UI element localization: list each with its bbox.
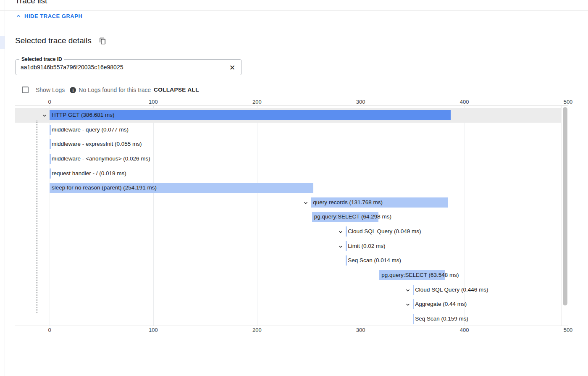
- trace-waterfall: HTTP GET (386.681 ms)middleware - query …: [15, 106, 562, 326]
- span-row[interactable]: pg.query:SELECT (63.548 ms): [15, 268, 562, 283]
- left-panel-highlight-strip: [0, 36, 5, 49]
- span-label: Aggregate (0.44 ms): [415, 297, 467, 312]
- span-bar[interactable]: [413, 299, 414, 309]
- span-label: Seq Scan (0.014 ms): [348, 253, 401, 268]
- span-bar[interactable]: [50, 154, 51, 164]
- chevron-up-icon: [15, 13, 22, 19]
- selected-trace-details-title: Selected trace details: [15, 36, 92, 45]
- timeline-axis-top: 0100200300400500: [0, 99, 588, 105]
- no-logs-message: No Logs found for this trace: [79, 87, 151, 93]
- selected-trace-id-field[interactable]: Selected trace ID aa1db9146b557a796f2003…: [15, 59, 242, 75]
- span-label: middleware - query (0.077 ms): [52, 123, 129, 137]
- chevron-down-icon[interactable]: [337, 229, 344, 235]
- span-bar[interactable]: [413, 314, 414, 324]
- span-bar[interactable]: [346, 226, 347, 237]
- span-row[interactable]: Seq Scan (0.159 ms): [15, 312, 562, 326]
- span-label: sleep for no reason (parent) (254.191 ms…: [52, 181, 157, 195]
- clear-trace-id-button[interactable]: ✕: [227, 63, 237, 73]
- axis-tick-label: 400: [460, 99, 469, 105]
- span-label: Seq Scan (0.159 ms): [415, 312, 468, 326]
- axis-tick-label: 0: [48, 99, 51, 105]
- span-row[interactable]: Cloud SQL Query (0.446 ms): [15, 283, 562, 297]
- show-logs-checkbox[interactable]: [22, 87, 29, 93]
- axis-tick-label: 200: [252, 327, 262, 333]
- span-label: Cloud SQL Query (0.446 ms): [415, 283, 488, 297]
- timeline-axis-bottom: 0100200300400500: [0, 327, 588, 333]
- axis-line-bottom: [15, 326, 568, 326]
- span-bar[interactable]: [346, 241, 347, 251]
- span-row[interactable]: query records (131.768 ms): [15, 195, 562, 210]
- close-icon: ✕: [229, 63, 235, 72]
- span-row[interactable]: middleware - query (0.077 ms): [15, 123, 562, 137]
- chevron-down-icon[interactable]: [302, 200, 309, 206]
- chevron-down-icon[interactable]: [404, 287, 411, 294]
- span-label: Limit (0.02 ms): [348, 239, 385, 254]
- axis-tick-label: 100: [149, 99, 158, 105]
- hide-trace-graph-button[interactable]: HIDE TRACE GRAPH: [15, 13, 82, 19]
- span-label: HTTP GET (386.681 ms): [52, 108, 115, 123]
- span-row[interactable]: middleware - expressInit (0.055 ms): [15, 137, 562, 152]
- span-row[interactable]: sleep for no reason (parent) (254.191 ms…: [15, 181, 562, 195]
- span-label: pg.query:SELECT (64.298 ms): [314, 210, 391, 224]
- span-label: Cloud SQL Query (0.049 ms): [348, 224, 421, 239]
- trace-list-title: Trace list: [15, 0, 47, 5]
- top-divider: [0, 11, 588, 11]
- span-row[interactable]: pg.query:SELECT (64.298 ms): [15, 210, 562, 224]
- span-row[interactable]: Cloud SQL Query (0.049 ms): [15, 224, 562, 239]
- copy-icon[interactable]: [99, 37, 106, 45]
- span-row[interactable]: Seq Scan (0.014 ms): [15, 253, 562, 268]
- span-bar[interactable]: [50, 139, 51, 149]
- axis-tick-label: 300: [356, 99, 365, 105]
- axis-tick-label: 400: [460, 327, 469, 333]
- axis-tick-label: 300: [356, 327, 365, 333]
- axis-tick-label: 100: [149, 327, 158, 333]
- axis-tick-label: 200: [252, 99, 262, 105]
- span-bar[interactable]: [346, 255, 347, 266]
- span-row[interactable]: middleware - <anonymous> (0.026 ms): [15, 152, 562, 166]
- span-row[interactable]: Limit (0.02 ms): [15, 239, 562, 254]
- span-label: query records (131.768 ms): [313, 195, 383, 210]
- chevron-down-icon[interactable]: [41, 112, 48, 119]
- left-panel-border: [5, 0, 5, 376]
- span-label: middleware - <anonymous> (0.026 ms): [52, 152, 150, 166]
- chevron-down-icon[interactable]: [337, 243, 344, 250]
- show-logs-label: Show Logs: [36, 87, 65, 93]
- trace-id-input[interactable]: aa1db9146b557a796f20035c16e98025: [21, 60, 218, 75]
- span-row[interactable]: Aggregate (0.44 ms): [15, 297, 562, 312]
- span-row[interactable]: request handler - / (0.019 ms): [15, 166, 562, 181]
- span-label: pg.query:SELECT (63.548 ms): [381, 268, 459, 283]
- span-label: request handler - / (0.019 ms): [52, 166, 126, 181]
- span-bar[interactable]: [50, 125, 51, 135]
- span-bar[interactable]: [50, 168, 51, 179]
- span-label: middleware - expressInit (0.055 ms): [52, 137, 142, 152]
- axis-tick-label: 0: [48, 327, 51, 333]
- span-connector-dotted-line: [37, 121, 37, 313]
- vertical-scrollbar-thumb[interactable]: [563, 107, 567, 305]
- chevron-down-icon[interactable]: [404, 301, 411, 308]
- info-icon: i: [70, 87, 76, 93]
- axis-tick-label: 500: [564, 99, 573, 105]
- span-row[interactable]: HTTP GET (386.681 ms): [15, 108, 562, 123]
- collapse-all-button[interactable]: COLLAPSE ALL: [154, 87, 199, 93]
- axis-tick-label: 500: [564, 327, 573, 333]
- hide-trace-graph-label: HIDE TRACE GRAPH: [24, 13, 82, 19]
- span-bar[interactable]: [413, 285, 414, 295]
